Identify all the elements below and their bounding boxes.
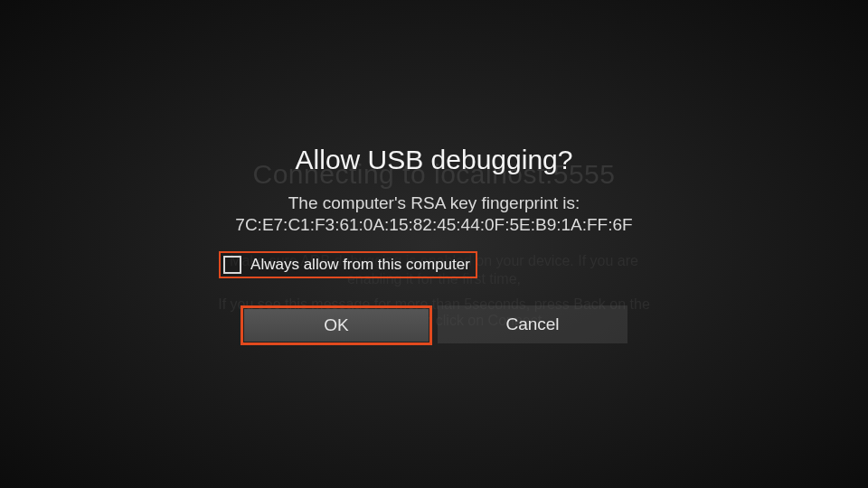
fingerprint-label: The computer's RSA key fingerprint is:: [181, 193, 687, 213]
always-allow-checkbox-row[interactable]: Always allow from this computer: [219, 251, 477, 278]
ok-button[interactable]: OK: [244, 309, 429, 342]
dialog-button-row: OK Cancel: [181, 305, 687, 345]
dialog-title: Allow USB debugging?: [181, 145, 687, 175]
fingerprint-value: 7C:E7:C1:F3:61:0A:15:82:45:44:0F:5E:B9:1…: [181, 215, 687, 235]
checkbox-icon[interactable]: [223, 256, 241, 274]
cancel-button[interactable]: Cancel: [438, 305, 627, 343]
always-allow-label: Always allow from this computer: [250, 256, 470, 274]
usb-debugging-dialog: Allow USB debugging? The computer's RSA …: [181, 145, 687, 345]
ok-button-highlight: OK: [241, 305, 432, 345]
